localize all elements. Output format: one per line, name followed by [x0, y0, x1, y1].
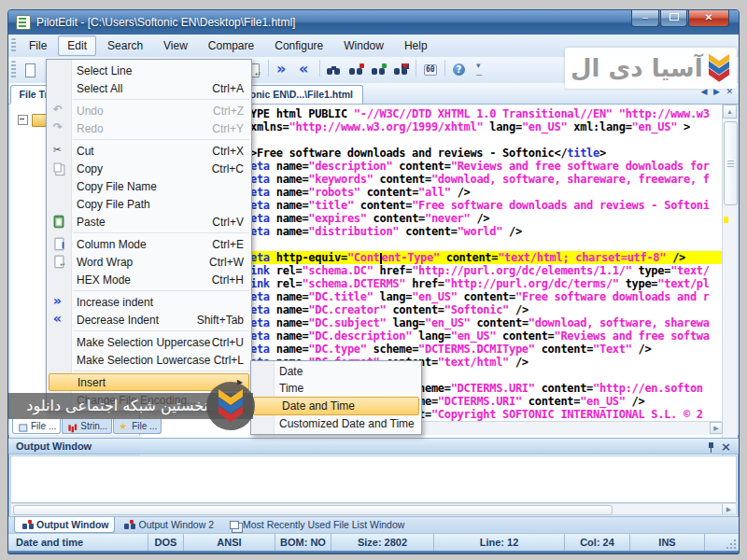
- code-line: eta name="description" content="Reviews …: [250, 160, 723, 173]
- menu-item-label: Increase indent: [77, 296, 153, 309]
- menu-item-shortcut: Ctrl+C: [212, 162, 244, 175]
- increase-indent-button[interactable]: [273, 60, 293, 80]
- menu-item-label: Date and Time: [282, 399, 355, 413]
- submenu-item-date[interactable]: Date: [251, 363, 421, 380]
- menu-item-copy-file-name[interactable]: Copy File Name: [47, 177, 251, 195]
- chevron-logo-icon: [709, 50, 729, 86]
- panel-tab-file[interactable]: File ...: [113, 419, 162, 434]
- help-button[interactable]: [449, 60, 470, 80]
- menu-item-paste[interactable]: PasteCtrl+V: [47, 213, 251, 231]
- menu-item-label: Time: [279, 382, 303, 395]
- window-title: PilotEdit - [C:\Users\Softonic EN\Deskto…: [36, 16, 295, 29]
- menu-item-hex-mode[interactable]: HEX ModeCtrl+H: [47, 271, 251, 288]
- menu-item-select-all[interactable]: Select AllCtrl+A: [47, 79, 251, 97]
- status-bar: Date and timeDOSANSIBOM: NOSize: 2802Lin…: [8, 533, 739, 552]
- restore-icon: [669, 13, 679, 21]
- scroll-right-button[interactable]: ▶: [710, 422, 723, 434]
- code-line: eta name="DC.title" lang="en_US" content…: [250, 290, 723, 303]
- status-col-24: Col: 24: [565, 534, 630, 552]
- output-close-icon[interactable]: [717, 440, 731, 454]
- output-horizontal-scrollbar[interactable]: ▶: [10, 503, 737, 515]
- find-icon: [326, 62, 343, 78]
- toolbar-separator: [416, 60, 416, 77]
- menu-item-copy[interactable]: CopyCtrl+C: [47, 160, 251, 177]
- menu-help[interactable]: Help: [395, 35, 437, 56]
- menubar-grip: [11, 38, 16, 54]
- menu-item-label: Word Wrap: [77, 256, 133, 269]
- submenu-item-time[interactable]: Time: [251, 380, 421, 397]
- find-button[interactable]: [324, 60, 345, 80]
- pin-icon[interactable]: [703, 440, 717, 454]
- toolbar-grip: [11, 61, 16, 79]
- editor-vertical-scrollbar[interactable]: ▲ ▼: [722, 105, 737, 494]
- menu-separator: [73, 290, 249, 291]
- tab-most-recently-used-file-list-window[interactable]: Most Recently Used File List Window: [221, 517, 410, 532]
- menu-item-undo[interactable]: UndoCtrl+Z: [47, 102, 251, 119]
- maximize-button[interactable]: [660, 10, 687, 27]
- menu-item-label: Date: [279, 365, 303, 378]
- menu-item-label: Make Selection Lowercase: [77, 354, 210, 367]
- tree-collapse-icon[interactable]: [18, 115, 28, 125]
- title-bar[interactable]: PilotEdit - [C:\Users\Softonic EN\Deskto…: [8, 10, 739, 35]
- menu-item-word-wrap[interactable]: Word WrapCtrl+W: [47, 253, 251, 271]
- code-line: [250, 133, 723, 147]
- new-file-icon: [21, 62, 38, 78]
- menu-item-select-line[interactable]: Select Line: [47, 62, 251, 79]
- output-window-title: Output Window: [16, 441, 92, 452]
- file-tree-root-node[interactable]: [18, 111, 49, 128]
- menu-item-label: Copy: [77, 162, 103, 175]
- code-line: eta name="distribution" content="world" …: [250, 225, 723, 238]
- menu-compare[interactable]: Compare: [199, 35, 263, 56]
- menu-item-redo[interactable]: RedoCtrl+Y: [47, 119, 251, 137]
- status-ins: INS: [630, 534, 705, 552]
- submenu-item-date-and-time[interactable]: Date and Time: [253, 397, 419, 415]
- menu-item-label: Select Line: [77, 64, 132, 77]
- decrease-indent-button[interactable]: [295, 60, 316, 80]
- code-line: >Free software downloads and reviews - S…: [250, 147, 723, 160]
- tab-output-window[interactable]: Output Window: [14, 517, 115, 533]
- app-icon: [16, 15, 31, 30]
- menu-separator: [73, 99, 249, 100]
- toolbar-overflow-button[interactable]: ▾─: [476, 61, 482, 79]
- minimize-button[interactable]: –: [631, 10, 659, 27]
- code-line: eta name="expires" content="never" />: [250, 212, 723, 225]
- menu-item-make-selection-uppercase[interactable]: Make Selection UppercaseCtrl+U: [47, 333, 251, 351]
- menu-file[interactable]: File: [20, 35, 56, 56]
- find-in-files-button[interactable]: [369, 60, 389, 80]
- menu-search[interactable]: Search: [98, 35, 152, 56]
- menu-item-increase-indent[interactable]: Increase indent: [47, 293, 251, 311]
- panel-tab-file[interactable]: File ...: [12, 419, 61, 434]
- menu-item-decrease-indent[interactable]: Decrease IndentShift+Tab: [47, 311, 251, 329]
- goto-line-icon: [422, 62, 439, 78]
- tab-output-window-2[interactable]: Output Window 2: [117, 517, 219, 532]
- output-scroll-thumb[interactable]: [13, 505, 613, 515]
- menu-item-copy-file-path[interactable]: Copy File Path: [47, 195, 251, 213]
- menu-separator: [73, 371, 249, 371]
- submenu-item-customized-date-and-time[interactable]: Customized Date and Time: [251, 415, 421, 432]
- replace-in-files-button[interactable]: [391, 60, 412, 80]
- resize-grip[interactable]: [705, 534, 739, 552]
- menu-item-shortcut: Ctrl+U: [212, 336, 244, 349]
- decrease-indent-icon: [51, 312, 66, 327]
- watermark-logo-badge: [206, 382, 255, 430]
- find-replace-button[interactable]: [346, 60, 367, 80]
- menu-item-shortcut: Ctrl+E: [212, 238, 244, 251]
- menu-item-cut[interactable]: CutCtrl+X: [47, 142, 251, 160]
- output-window-content[interactable]: [10, 455, 737, 503]
- goto-line-button[interactable]: [420, 60, 441, 80]
- output-scroll-right-button[interactable]: ▶: [722, 504, 735, 514]
- panel-tab-strin[interactable]: Strin...: [62, 419, 112, 434]
- menu-view[interactable]: View: [154, 35, 197, 56]
- window-bottom-border: [8, 551, 739, 553]
- menu-configure[interactable]: Configure: [265, 35, 332, 56]
- output-window-header[interactable]: Output Window: [8, 438, 739, 455]
- scroll-up-button[interactable]: ▲: [723, 105, 737, 119]
- menu-window[interactable]: Window: [334, 35, 393, 56]
- close-button[interactable]: ✕: [688, 10, 729, 27]
- menu-item-make-selection-lowercase[interactable]: Make Selection LowercaseCtrl+L: [47, 351, 251, 369]
- vertical-scroll-thumb[interactable]: [724, 121, 738, 205]
- menu-edit[interactable]: Edit: [58, 35, 96, 56]
- new-file-button[interactable]: [20, 60, 40, 80]
- copy-icon: [51, 161, 66, 175]
- menu-item-column-mode[interactable]: Column ModeCtrl+E: [47, 235, 251, 253]
